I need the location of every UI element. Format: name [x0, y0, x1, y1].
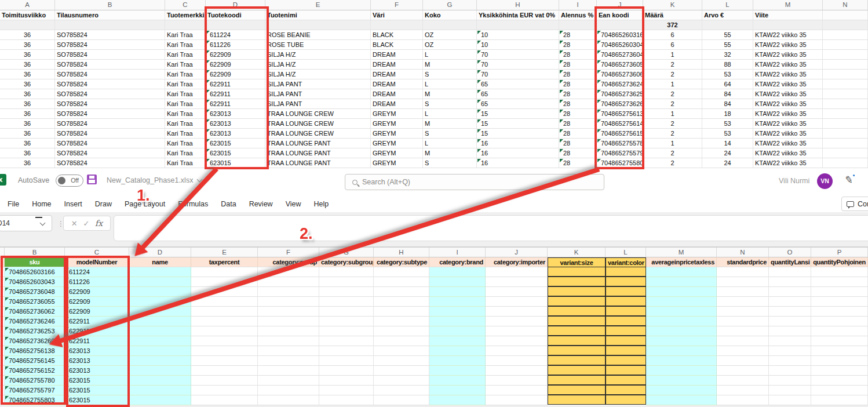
- cell-B[interactable]: SO785824: [55, 158, 165, 168]
- cell-K[interactable]: 1: [643, 109, 702, 119]
- cell-B[interactable]: SO785824: [55, 119, 165, 129]
- cell-J[interactable]: [486, 317, 548, 326]
- cell-N[interactable]: [823, 129, 868, 139]
- cell-J[interactable]: [486, 386, 548, 395]
- cell-I[interactable]: [429, 277, 486, 287]
- cell-K[interactable]: [548, 326, 606, 336]
- cell-M[interactable]: [646, 297, 717, 307]
- cell-N[interactable]: [717, 326, 769, 336]
- cell-B[interactable]: SO785824: [55, 109, 165, 119]
- cell-N[interactable]: [823, 119, 868, 129]
- cell-O[interactable]: [769, 376, 811, 386]
- cell-O[interactable]: [769, 297, 811, 307]
- column-letter-N[interactable]: N: [823, 0, 868, 10]
- cell-B[interactable]: SO785824: [55, 60, 165, 70]
- cell-E[interactable]: [191, 356, 258, 366]
- cell-I[interactable]: 28: [559, 50, 597, 60]
- column-letter-J[interactable]: J: [486, 248, 548, 257]
- cell-A[interactable]: 36: [0, 89, 55, 99]
- summary-cell-C[interactable]: [165, 20, 206, 30]
- cell-M[interactable]: KTAW22 viikko 35: [753, 129, 823, 139]
- cell-A[interactable]: 36: [0, 129, 55, 139]
- cell-M[interactable]: KTAW22 viikko 35: [753, 89, 823, 99]
- inking-pen-icon[interactable]: ✎: [844, 173, 854, 187]
- cell-L[interactable]: [606, 395, 646, 405]
- cell-D[interactable]: [129, 366, 191, 376]
- cell-K[interactable]: 6: [643, 40, 702, 50]
- cell-H[interactable]: [374, 386, 429, 395]
- cell-M[interactable]: [646, 386, 717, 395]
- cell-L[interactable]: 24: [702, 148, 753, 158]
- cell-L[interactable]: 53: [702, 70, 753, 79]
- cell-J[interactable]: [486, 297, 548, 307]
- cell-I[interactable]: 28: [559, 30, 597, 40]
- cell-K[interactable]: [548, 286, 606, 296]
- cell-L[interactable]: 55: [702, 30, 753, 40]
- cell-A[interactable]: 36: [0, 50, 55, 60]
- cell-H[interactable]: [374, 297, 429, 307]
- cell-M[interactable]: KTAW22 viikko 35: [753, 40, 823, 50]
- cell-B[interactable]: SO785824: [55, 99, 165, 109]
- cell-I[interactable]: [429, 267, 486, 277]
- column-letter-P[interactable]: P: [811, 248, 868, 257]
- cell-O[interactable]: [769, 287, 811, 297]
- header-cell-G[interactable]: Koko: [423, 10, 477, 20]
- cancel-icon[interactable]: ✕: [71, 219, 78, 228]
- header-cell-M[interactable]: averageinpricetaxless: [646, 257, 717, 267]
- column-letter-K[interactable]: K: [548, 248, 606, 257]
- column-letter-O[interactable]: O: [769, 248, 811, 257]
- cell-N[interactable]: [717, 277, 769, 287]
- cell-K[interactable]: [548, 355, 606, 365]
- cell-K[interactable]: 6: [643, 30, 702, 40]
- save-icon[interactable]: [87, 175, 97, 184]
- header-cell-K[interactable]: Määrä: [643, 10, 702, 20]
- cell-A[interactable]: 36: [0, 148, 55, 158]
- column-letter-H[interactable]: H: [374, 248, 429, 257]
- cell-N[interactable]: [717, 317, 769, 326]
- cell-D[interactable]: [129, 287, 191, 297]
- cell-M[interactable]: [646, 277, 717, 287]
- cell-K[interactable]: 2: [643, 119, 702, 129]
- cell-K[interactable]: 1: [643, 139, 702, 148]
- column-letter-I[interactable]: I: [429, 248, 486, 257]
- header-cell-K[interactable]: variant:size: [548, 257, 606, 267]
- cell-J[interactable]: [486, 277, 548, 287]
- cell-C[interactable]: Kari Traa: [165, 99, 206, 109]
- cell-M[interactable]: [646, 346, 717, 356]
- cell-C[interactable]: Kari Traa: [165, 70, 206, 79]
- fx-icon[interactable]: fx: [95, 219, 103, 228]
- cell-I[interactable]: 28: [559, 60, 597, 70]
- cell-C[interactable]: Kari Traa: [165, 109, 206, 119]
- menu-tab-draw[interactable]: Draw: [89, 196, 118, 212]
- header-cell-O[interactable]: quantityLansi: [769, 257, 811, 267]
- cell-O[interactable]: [769, 346, 811, 356]
- summary-cell-E[interactable]: [265, 20, 371, 30]
- cell-L[interactable]: [606, 296, 646, 306]
- cell-O[interactable]: [769, 307, 811, 317]
- summary-cell-H[interactable]: [477, 20, 559, 30]
- cell-G[interactable]: L: [423, 109, 477, 119]
- cell-B[interactable]: SO785824: [55, 129, 165, 139]
- cell-H[interactable]: 70: [477, 70, 559, 79]
- cell-N[interactable]: [717, 386, 769, 395]
- cell-M[interactable]: [646, 376, 717, 386]
- cell-K[interactable]: 1: [643, 50, 702, 60]
- cell-N[interactable]: [717, 366, 769, 376]
- column-letter-L[interactable]: L: [606, 248, 646, 257]
- cell-A[interactable]: 36: [0, 79, 55, 89]
- cell-M[interactable]: KTAW22 viikko 35: [753, 109, 823, 119]
- avatar[interactable]: VN: [817, 173, 833, 189]
- cell-P[interactable]: [811, 395, 868, 405]
- cell-E[interactable]: [191, 326, 258, 336]
- cell-N[interactable]: [823, 60, 868, 70]
- summary-cell-K[interactable]: 372: [643, 20, 702, 30]
- column-letter-F[interactable]: F: [371, 0, 423, 10]
- cell-A[interactable]: 36: [0, 139, 55, 148]
- cell-G[interactable]: S: [423, 129, 477, 139]
- cell-H[interactable]: [374, 287, 429, 297]
- cell-A[interactable]: 36: [0, 158, 55, 168]
- cell-O[interactable]: [769, 336, 811, 346]
- cell-A[interactable]: 36: [0, 30, 55, 40]
- cell-G[interactable]: [319, 317, 374, 326]
- cell-C[interactable]: Kari Traa: [165, 40, 206, 50]
